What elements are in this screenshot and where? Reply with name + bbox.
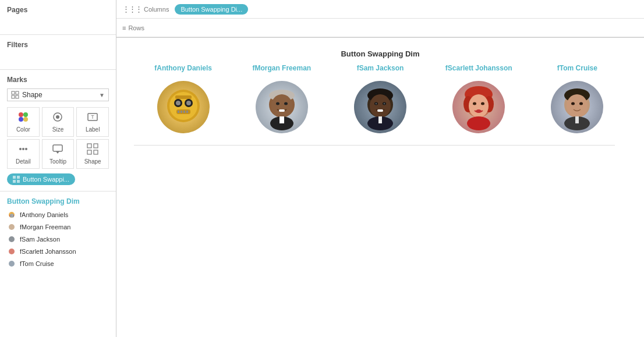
svg-point-57: [384, 103, 385, 105]
legend-item-4: fTom Cruise: [7, 259, 109, 268]
tooltip-label: Tooltip: [49, 158, 66, 165]
marks-pill[interactable]: Button Swappi...: [7, 173, 75, 185]
legend-icon-3: [7, 247, 16, 256]
avatar-4: [551, 81, 603, 133]
svg-rect-21: [13, 176, 16, 179]
shelf-area: ⋮⋮⋮ Columns Button Swapping Di... ≡ Rows: [116, 0, 644, 38]
svg-point-5: [23, 112, 28, 117]
svg-rect-23: [13, 180, 16, 183]
columns-drag-icon: ⋮⋮⋮: [122, 5, 141, 13]
svg-marker-16: [56, 151, 59, 154]
svg-rect-22: [17, 176, 20, 179]
svg-point-46: [276, 102, 279, 105]
legend-label-0: fAnthony Daniels: [20, 211, 68, 218]
label-icon: T: [87, 111, 98, 125]
svg-point-35: [176, 101, 181, 105]
size-label: Size: [52, 126, 63, 133]
svg-point-27: [9, 224, 15, 230]
legend-section: Button Swapping Dim 🤖 fAnthony Daniels f…: [0, 191, 116, 337]
marks-title: Marks: [7, 76, 109, 84]
marks-buttons-grid: Color Size T: [7, 107, 109, 169]
color-label: Color: [16, 126, 30, 133]
legend-item-1: fMorgan Freeman: [7, 222, 109, 232]
viz-col-header-0: fAnthony Daniels: [154, 64, 212, 72]
svg-rect-58: [377, 109, 383, 112]
marks-pill-icon: [13, 176, 20, 183]
svg-text:T: T: [91, 114, 94, 120]
legend-label-3: fScarlett Johansson: [20, 248, 76, 255]
svg-rect-39: [181, 111, 182, 113]
filters-section: Filters: [0, 35, 116, 70]
svg-rect-38: [178, 111, 179, 113]
marks-tooltip-button[interactable]: Tooltip: [42, 139, 75, 169]
svg-point-65: [469, 94, 489, 118]
dropdown-arrow-icon: ▼: [99, 92, 105, 98]
avatar-svg-2: [357, 84, 404, 130]
viz-area: Button Swapping Dim fAnthony Daniels: [116, 38, 644, 337]
avatar-svg-4: [554, 84, 600, 130]
svg-point-68: [476, 109, 482, 113]
columns-shelf-row: ⋮⋮⋮ Columns Button Swapping Di...: [116, 0, 644, 19]
svg-rect-2: [12, 95, 15, 98]
marks-label-button[interactable]: T Label: [76, 107, 109, 137]
svg-point-36: [186, 101, 191, 105]
svg-point-28: [9, 236, 15, 242]
viz-header: Button Swapping Dim: [134, 49, 627, 58]
svg-rect-42: [175, 95, 192, 99]
svg-point-72: [567, 94, 588, 118]
marks-detail-button[interactable]: Detail: [7, 139, 40, 169]
viz-divider: [134, 145, 615, 146]
label-label: Label: [86, 126, 100, 133]
avatar-3: [452, 81, 505, 133]
svg-rect-18: [94, 144, 98, 148]
avatar-svg-1: [259, 84, 305, 130]
marks-type-label: Shape: [22, 91, 43, 99]
svg-point-67: [481, 102, 484, 105]
avatar-0: [157, 81, 210, 133]
legend-title: Button Swapping Dim: [7, 197, 109, 205]
marks-type-left: Shape: [11, 91, 43, 99]
svg-text:🤖: 🤖: [9, 212, 15, 218]
columns-pill[interactable]: Button Swapping Di...: [175, 4, 248, 15]
svg-rect-0: [12, 91, 15, 94]
shape-icon: [11, 91, 19, 99]
viz-col-0: fAnthony Daniels: [134, 64, 232, 133]
viz-col-2: fSam Jackson: [331, 64, 429, 133]
rows-shelf-label: ≡ Rows: [122, 24, 157, 31]
svg-point-73: [571, 102, 575, 105]
svg-rect-1: [16, 91, 19, 94]
viz-col-1: fMorgan Freeman: [232, 64, 331, 133]
viz-columns: fAnthony Daniels: [134, 64, 627, 133]
svg-point-4: [19, 112, 23, 117]
svg-rect-40: [183, 111, 185, 113]
marks-size-button[interactable]: Size: [42, 107, 75, 137]
legend-icon-0: 🤖: [7, 210, 16, 219]
svg-rect-20: [94, 150, 98, 154]
viz-col-4: fTom Cruise: [528, 64, 627, 133]
filters-title: Filters: [7, 41, 109, 49]
legend-item-2: fSam Jackson: [7, 235, 109, 244]
svg-rect-24: [17, 180, 20, 183]
sidebar: Pages Filters Marks Shape ▼: [0, 0, 116, 337]
svg-point-29: [9, 249, 15, 254]
marks-color-button[interactable]: Color: [7, 107, 40, 137]
svg-point-14: [25, 148, 27, 150]
svg-point-56: [376, 103, 377, 105]
shape-btn-label: Shape: [84, 158, 101, 165]
shape-btn-icon: [87, 143, 98, 157]
svg-rect-41: [186, 111, 188, 113]
svg-rect-15: [53, 145, 62, 151]
legend-label-2: fSam Jackson: [20, 236, 60, 243]
svg-rect-19: [87, 150, 91, 154]
svg-rect-76: [575, 116, 579, 123]
avatar-1: [256, 81, 308, 133]
avatar-svg-3: [455, 84, 502, 130]
marks-shape-button[interactable]: Shape: [76, 139, 109, 169]
legend-item-0: 🤖 fAnthony Daniels: [7, 210, 109, 219]
svg-point-7: [23, 117, 28, 122]
tooltip-icon: [52, 143, 63, 157]
svg-rect-3: [16, 95, 19, 98]
legend-icon-4: [7, 259, 16, 268]
marks-type-dropdown[interactable]: Shape ▼: [7, 88, 109, 101]
viz-col-header-2: fSam Jackson: [357, 64, 404, 72]
